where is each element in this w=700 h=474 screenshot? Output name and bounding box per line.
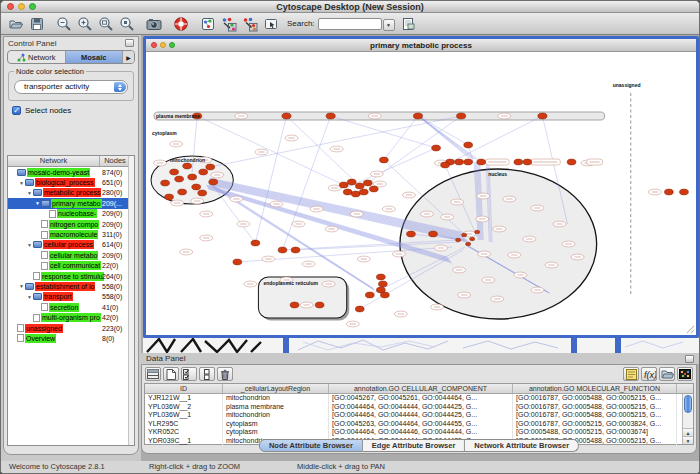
tree-row[interactable]: Overview8(0) (8, 333, 134, 343)
node[interactable] (457, 113, 466, 119)
node[interactable] (161, 180, 170, 186)
table-cell[interactable]: [GO:0016787, GO:0005488, GO:0005215, G..… (513, 403, 677, 412)
node[interactable] (462, 233, 467, 237)
node[interactable] (165, 194, 174, 200)
node[interactable] (407, 231, 416, 237)
node[interactable] (351, 191, 360, 197)
tree-row[interactable]: mosaic-demo-yeast874(0) (8, 167, 134, 177)
node[interactable] (429, 231, 438, 237)
tab-mosaic[interactable]: Mosaic (65, 51, 123, 63)
function-builder-button[interactable]: f(x) (641, 367, 657, 381)
node[interactable] (365, 292, 374, 298)
node[interactable] (343, 189, 352, 195)
node[interactable] (379, 157, 388, 163)
select-nodes-checkbox[interactable]: ✓ (12, 106, 21, 115)
node[interactable] (339, 182, 348, 188)
tree-scrollbar[interactable] (128, 156, 134, 445)
node[interactable] (355, 183, 364, 189)
tab-network[interactable]: Network (8, 51, 65, 63)
unselect-attributes-button[interactable] (199, 367, 215, 381)
node[interactable] (378, 281, 387, 287)
table-cell[interactable]: [GO:0016787, GO:0005488, GO:0005215, G..… (513, 394, 677, 403)
node[interactable] (170, 169, 179, 175)
annotation-button[interactable] (260, 14, 281, 33)
network-canvas[interactable]: plasma membranecytoplasmmitochondrionnuc… (146, 52, 696, 335)
table-cell[interactable]: [GO:0016787, GO:0005215, GO:0003824, G..… (513, 420, 677, 429)
node[interactable] (523, 159, 532, 165)
tab-edge-attribute-browser[interactable]: Edge Attribute Browser (363, 439, 465, 452)
node[interactable] (251, 240, 260, 246)
table-row[interactable]: YPL036W__2plasma membrane[GO:0044464, GO… (145, 403, 693, 412)
node[interactable] (198, 190, 207, 196)
col-go-cellular-component[interactable]: annotation.GO CELLULAR_COMPONENT (329, 384, 513, 393)
tab-node-attribute-browser[interactable]: Node Attribute Browser (259, 439, 363, 452)
node[interactable] (326, 113, 335, 119)
tree-row[interactable]: ▼establishment of lo558(0) (8, 281, 134, 291)
resize-grip-icon[interactable] (687, 326, 694, 333)
table-cell[interactable]: YPL036W__2 (145, 403, 223, 412)
float-data-panel-icon[interactable] (685, 355, 694, 363)
table-cell[interactable]: [GO:0005488, GO:0005215, GO:0003674] (513, 428, 677, 437)
notes-button[interactable] (623, 367, 639, 381)
resize-grip-icon[interactable] (691, 330, 694, 333)
tree-row[interactable]: ▼cellular process614(0) (8, 240, 134, 250)
node[interactable] (192, 184, 201, 190)
float-panel-icon[interactable] (125, 39, 134, 47)
node[interactable] (514, 159, 523, 165)
select-attributes-button[interactable] (181, 367, 197, 381)
dropdown-stepper-icon[interactable] (114, 82, 126, 92)
import-attribute-file-button[interactable] (659, 367, 675, 381)
table-cell[interactable]: YPL036W__1 (145, 411, 223, 420)
table-cell[interactable]: YKR052C (145, 428, 223, 437)
node[interactable] (209, 179, 218, 185)
node[interactable] (363, 180, 372, 186)
delete-attribute-button[interactable] (217, 367, 233, 381)
new-attribute-button[interactable] (163, 367, 179, 381)
node[interactable] (315, 302, 324, 308)
node[interactable] (355, 306, 364, 312)
table-cell[interactable]: [GO:0044464, GO:0044444, GO:0044425, G..… (329, 403, 513, 412)
tree-col-network[interactable]: Network (8, 156, 100, 166)
node[interactable] (290, 302, 299, 308)
node-color-dropdown[interactable]: transporter activity (14, 80, 128, 94)
table-row[interactable]: YLR295Ccytoplasm[GO:0045263, GO:0044464,… (145, 420, 693, 429)
table-cell[interactable]: mitochondrion (223, 411, 329, 420)
table-cell[interactable]: [GO:0045263, GO:0044464, GO:0044455, G..… (329, 420, 513, 429)
node[interactable] (455, 159, 464, 165)
node[interactable] (475, 230, 480, 234)
table-cell[interactable]: [GO:0044464, GO:0044444, GO:0044425, G..… (329, 411, 513, 420)
tree-row[interactable]: ▼biological_process651(0) (8, 177, 134, 187)
tree-row[interactable]: nucleobase-209(0) (8, 209, 134, 219)
tree-row[interactable]: multi-organism pro42(0) (8, 312, 134, 322)
tree-row[interactable]: macromolecule311(0) (8, 229, 134, 239)
scroll-up-icon[interactable]: ▲ (683, 428, 693, 436)
node[interactable] (178, 189, 187, 195)
node[interactable] (369, 186, 378, 192)
zoom-fit-button[interactable] (95, 14, 116, 33)
snapshot-button[interactable] (143, 14, 164, 33)
node[interactable] (183, 163, 192, 169)
tree-row[interactable]: unassigned223(0) (8, 323, 134, 333)
network-view-titlebar[interactable]: primary metabolic process (146, 39, 696, 52)
attribute-grid-button[interactable] (145, 367, 161, 381)
search-input[interactable]: ▼ (318, 18, 382, 30)
node[interactable] (233, 259, 242, 265)
node[interactable] (567, 159, 576, 165)
node[interactable] (466, 242, 471, 246)
node[interactable] (188, 174, 197, 180)
node[interactable] (291, 247, 300, 253)
table-cell[interactable]: [GO:0044464, GO:0044446, GO:0044444, G..… (329, 428, 513, 437)
table-row[interactable]: YKR052Ccytoplasm[GO:0044464, GO:0044446,… (145, 428, 693, 437)
table-cell[interactable]: plasma membrane (223, 403, 329, 412)
tab-network-attribute-browser[interactable]: Network Attribute Browser (465, 439, 579, 452)
tree-row[interactable]: secretion41(0) (8, 302, 134, 312)
node[interactable] (347, 179, 356, 185)
table-cell[interactable]: YDR039C__1 (145, 437, 223, 446)
tree-row[interactable]: nitrogen compo209(0) (8, 219, 134, 229)
node[interactable] (680, 189, 689, 195)
node[interactable] (477, 159, 486, 165)
node[interactable] (359, 189, 368, 195)
layout-button[interactable] (197, 14, 218, 33)
save-session-button[interactable] (26, 14, 47, 33)
tree-row[interactable]: response to stimulu264(0) (8, 271, 134, 281)
